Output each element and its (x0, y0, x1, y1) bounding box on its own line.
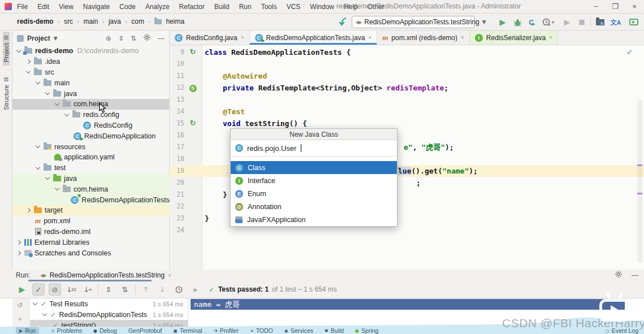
spring-bean-gutter-icon[interactable]: S (188, 83, 197, 92)
popup-option-interface[interactable]: IInterface (231, 174, 397, 187)
chevron-icon[interactable] (36, 164, 40, 169)
test-result-row-redisdemoapplicationtests[interactable]: ✓RedisDemoApplicationTests1 s 654 ms (30, 309, 188, 320)
chevron-icon[interactable] (16, 250, 21, 255)
editor-tab-redisdemoapplicationtests-java[interactable]: C▶RedisDemoApplicationTests.java× (250, 31, 378, 45)
statusbar-item-spring[interactable]: ●Spring (355, 327, 378, 334)
rerun-button[interactable]: ▶ (16, 283, 28, 296)
tree-row-redis-demo-iml[interactable]: redis-demo.iml (12, 227, 170, 237)
run-configuration-select[interactable]: ◀▶ RedisDemoApplicationTests.testString … (352, 16, 475, 28)
breadcrumb-item[interactable]: src (64, 18, 73, 25)
statusbar-item-services[interactable]: ◉Services (284, 327, 313, 334)
code-line-13[interactable]: 13 (170, 94, 644, 106)
show-ignored-toggle[interactable]: ⊘ (49, 283, 61, 296)
close-icon[interactable]: × (461, 34, 464, 41)
console-selected-line[interactable]: name = 虎哥 (191, 299, 625, 310)
show-passed-toggle[interactable]: ✓ (32, 283, 45, 296)
profiler-dropdown-icon[interactable]: ▾ (550, 16, 556, 28)
class-name-input[interactable]: C redis.pojo.User (231, 140, 397, 157)
popup-option-class[interactable]: CClass (231, 161, 397, 174)
settings-gear-icon[interactable] (143, 33, 151, 43)
menu-item-file[interactable]: File (17, 3, 28, 11)
locate-folder-icon[interactable] (594, 16, 606, 28)
tree-row-pom-xml[interactable]: mpom.xml (12, 216, 170, 227)
tree-row-resources[interactable]: resources (12, 141, 170, 152)
hook-arrow-icon[interactable] (338, 16, 348, 28)
menu-item-view[interactable]: View (59, 3, 74, 11)
code-line-12[interactable]: 12Sprivate RedisTemplate<String,Object> … (170, 82, 644, 94)
tree-row-redis-config[interactable]: redis.config (12, 110, 170, 120)
chevron-icon[interactable] (16, 48, 21, 53)
popup-option-javafxapplication[interactable]: JavaFXApplication (231, 213, 397, 226)
settings-gear-icon[interactable] (615, 270, 623, 280)
close-icon[interactable]: × (241, 34, 244, 41)
menu-item-vcs[interactable]: VCS (287, 3, 301, 11)
chevron-icon[interactable] (64, 111, 69, 116)
menu-item-navigate[interactable]: Navigate (83, 3, 110, 11)
editor-tab-redisserializer-java[interactable]: IRedisSerializer.java× (470, 31, 558, 45)
chevron-icon[interactable] (42, 311, 47, 316)
hide-panel-icon[interactable]: — (158, 34, 165, 42)
breadcrumb-item[interactable]: heima (166, 18, 184, 25)
chevron-icon[interactable] (45, 175, 50, 180)
more-icon[interactable]: » (18, 315, 22, 323)
close-button[interactable]: × (625, 0, 644, 13)
tool-window-button-project[interactable]: Project▨ (3, 32, 10, 66)
breadcrumb-item[interactable]: main (84, 18, 98, 25)
tree-row-java[interactable]: java (12, 88, 170, 99)
tree-row-com-heima[interactable]: com.heima (12, 99, 170, 110)
tree-row-application-yaml[interactable]: application.yaml (12, 152, 170, 163)
maximize-button[interactable]: ❐ (606, 0, 625, 13)
menu-item-code[interactable]: Code (119, 3, 136, 11)
expand-all-icon[interactable]: ⇕ (118, 34, 124, 42)
editor-tab-redisconfig-java[interactable]: CRedisConfig.java× (170, 31, 250, 45)
chevron-icon[interactable] (36, 80, 40, 84)
tree-row-redis-demo[interactable]: redis-demoD:\code\redis-demo (12, 46, 170, 57)
menu-item-refactor[interactable]: Refactor (179, 3, 205, 11)
menu-item-tools[interactable]: Tools (261, 3, 277, 11)
code-line-10[interactable]: 10 (170, 58, 644, 70)
editor-body[interactable]: 9↻class RedisDemoApplicationTests {1011@… (170, 45, 644, 270)
menu-item-window[interactable]: Window (310, 3, 334, 11)
close-icon[interactable]: × (168, 272, 171, 279)
tree-row-redisdemoapplicationtests[interactable]: C✱RedisDemoApplicationTests (12, 194, 170, 205)
expand-all-icon[interactable]: ⇕ (102, 283, 115, 296)
code-line-15[interactable]: 15↻void testString() { (170, 118, 644, 129)
chevron-icon[interactable] (36, 144, 40, 148)
chevron-down-icon[interactable]: ▼ (54, 36, 58, 41)
run-gutter-icon[interactable]: ↻ (188, 119, 197, 128)
tree-row-src[interactable]: src (12, 67, 170, 78)
minimize-button[interactable]: − (586, 0, 606, 13)
tree-row-main[interactable]: main (12, 77, 170, 88)
chevron-icon[interactable] (16, 240, 21, 244)
statusbar-item-profiler[interactable]: ◔Profiler (214, 327, 239, 334)
chevron-icon[interactable] (55, 186, 59, 190)
popup-option-enum[interactable]: EEnum (231, 187, 397, 200)
project-panel-title[interactable]: Project (27, 34, 50, 42)
close-icon[interactable]: × (368, 34, 371, 41)
chevron-icon[interactable] (26, 59, 31, 64)
sort-alphabetically-icon[interactable]: ↓az (65, 283, 77, 296)
tree-row-test[interactable]: test (12, 163, 170, 173)
chevron-icon[interactable] (26, 208, 31, 212)
locate-icon[interactable]: ⊕ (106, 34, 111, 42)
tree-row-target[interactable]: target (12, 205, 170, 216)
chevron-icon[interactable] (45, 90, 50, 95)
more-icon[interactable]: » (189, 283, 201, 296)
tree-row-external-libraries[interactable]: External Libraries (12, 237, 170, 248)
chevron-icon[interactable] (55, 101, 59, 106)
code-line-9[interactable]: 9↻class RedisDemoApplicationTests { (170, 46, 644, 58)
editor-tab-pom-xml-redis-demo-[interactable]: mpom.xml (redis-demo)× (377, 31, 470, 45)
tree-row-scratches-and-consoles[interactable]: Scratches and Consoles (12, 248, 170, 258)
tree-row-redisdemoapplication[interactable]: C▶RedisDemoApplication (12, 131, 170, 141)
statusbar-item-terminal[interactable]: ▣Terminal (173, 327, 202, 334)
run-with-coverage-button[interactable]: C▶ (526, 16, 538, 28)
breadcrumb-item[interactable]: redis-demo (17, 18, 54, 25)
tree-row-redisconfig[interactable]: CRedisConfig (12, 120, 170, 131)
menu-item-analyze[interactable]: Analyze (145, 3, 170, 11)
close-icon[interactable]: × (549, 34, 552, 41)
menu-item-build[interactable]: Build (214, 3, 230, 11)
statusbar-item-debug[interactable]: ●Debug (93, 327, 117, 334)
tv-play-icon[interactable]: ▶ (628, 16, 640, 28)
run-tab[interactable]: ◀▶ RedisDemoApplicationTests.testString … (40, 271, 171, 279)
test-result-row-test-results[interactable]: ✓Test Results1 s 654 ms (30, 298, 188, 309)
